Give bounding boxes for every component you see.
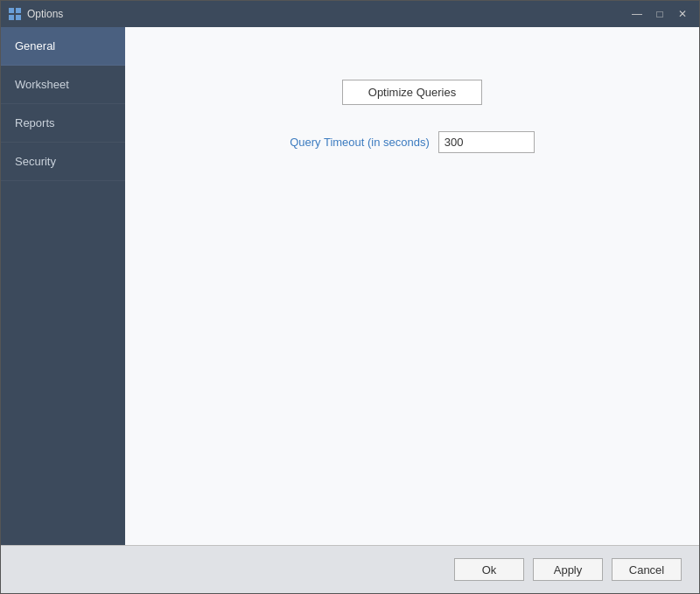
main-panel: Optimize Queries Query Timeout (in secon… [125, 27, 699, 545]
svg-rect-0 [9, 8, 14, 13]
content-area: General Worksheet Reports Security Optim… [1, 27, 699, 545]
window-controls: — □ ✕ [627, 6, 692, 22]
optimize-queries-button[interactable]: Optimize Queries [342, 80, 482, 105]
svg-rect-2 [9, 15, 14, 20]
footer: Ok Apply Cancel [1, 545, 699, 593]
sidebar: General Worksheet Reports Security [1, 27, 125, 545]
query-timeout-row: Query Timeout (in seconds) [151, 131, 673, 153]
sidebar-item-general[interactable]: General [1, 27, 125, 66]
svg-rect-3 [16, 15, 21, 20]
title-bar: Options — □ ✕ [1, 1, 699, 27]
svg-rect-1 [16, 8, 21, 13]
sidebar-item-worksheet[interactable]: Worksheet [1, 66, 125, 104]
sidebar-item-security[interactable]: Security [1, 143, 125, 181]
app-icon [8, 7, 22, 21]
ok-button[interactable]: Ok [454, 558, 524, 581]
minimize-button[interactable]: — [627, 6, 647, 22]
window-title: Options [27, 8, 627, 20]
sidebar-item-reports[interactable]: Reports [1, 104, 125, 143]
apply-button[interactable]: Apply [533, 558, 603, 581]
cancel-button[interactable]: Cancel [612, 558, 682, 581]
options-window: Options — □ ✕ General Worksheet Reports … [0, 0, 700, 594]
query-timeout-input[interactable] [438, 131, 535, 153]
maximize-button[interactable]: □ [650, 6, 669, 22]
query-timeout-label: Query Timeout (in seconds) [290, 136, 430, 149]
close-button[interactable]: ✕ [673, 6, 692, 22]
